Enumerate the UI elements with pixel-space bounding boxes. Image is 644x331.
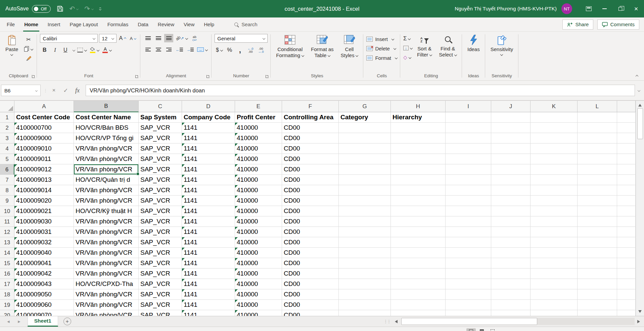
cell-empty[interactable] — [531, 310, 578, 316]
cell-sap-system[interactable]: SAP_VCR — [139, 258, 182, 268]
cell-sap-system[interactable]: SAP_VCR — [139, 164, 182, 175]
cell-empty[interactable] — [391, 143, 446, 154]
number-format-combo[interactable]: General — [215, 34, 268, 43]
cell-empty[interactable] — [491, 112, 531, 123]
cell-empty[interactable] — [446, 248, 491, 258]
cell-empty[interactable] — [339, 143, 391, 154]
clipboard-dialog-launcher-icon[interactable] — [32, 75, 35, 78]
cell-empty[interactable] — [446, 143, 491, 154]
currency-dropdown-icon[interactable] — [220, 48, 223, 51]
cell-profit-center[interactable]: 410000 — [235, 185, 282, 196]
decrease-decimal-button[interactable]: .00→.0 — [256, 46, 265, 54]
formula-input[interactable]: VR/Văn phòng/VCR/HO/Kinh doanh/Kinh doan — [86, 85, 635, 96]
italic-button[interactable]: I — [50, 46, 59, 54]
cell-empty[interactable] — [578, 237, 617, 248]
cell-empty[interactable] — [578, 258, 617, 268]
cell-empty[interactable] — [578, 196, 617, 206]
row-number[interactable]: 20 — [0, 310, 14, 316]
cell-empty[interactable] — [578, 175, 617, 185]
cell-empty[interactable] — [578, 248, 617, 258]
cell-company-code[interactable]: 1141 — [182, 289, 235, 300]
sensitivity-button[interactable]: Sensitivity — [488, 34, 516, 56]
cell-sap-system[interactable]: SAP_VCR — [139, 268, 182, 279]
cell-cost-center-code[interactable]: 4100009040 — [14, 248, 74, 258]
cell-empty[interactable] — [339, 123, 391, 133]
row-number[interactable]: 12 — [0, 227, 14, 237]
cell-empty[interactable] — [391, 164, 446, 175]
ideas-button[interactable]: Ideas — [465, 34, 482, 53]
cell-empty[interactable] — [491, 154, 531, 164]
cell-profit-center[interactable]: 410000 — [235, 196, 282, 206]
tab-help[interactable]: Help — [199, 17, 219, 32]
delete-cells-button[interactable]: Delete — [366, 44, 397, 53]
cell-empty[interactable] — [339, 300, 391, 310]
sheet-tab-sheet1[interactable]: Sheet1 — [28, 316, 58, 327]
row-number[interactable]: 10 — [0, 206, 14, 216]
cell-profit-center[interactable]: 410000 — [235, 175, 282, 185]
percent-style-button[interactable]: % — [225, 46, 234, 54]
cell-profit-center[interactable]: 410000 — [235, 258, 282, 268]
cell-empty[interactable] — [339, 154, 391, 164]
insert-function-button[interactable]: fx — [72, 85, 83, 95]
cell-empty[interactable] — [491, 289, 531, 300]
cell-empty[interactable] — [491, 123, 531, 133]
format-painter-button[interactable] — [23, 54, 34, 63]
cell-empty[interactable] — [339, 216, 391, 227]
merge-dropdown-icon[interactable] — [205, 48, 208, 51]
cell-cost-center-name[interactable]: VR/Văn phòng/VCR — [74, 164, 139, 175]
row-number[interactable]: 2 — [0, 123, 14, 133]
delete-dropdown-icon[interactable] — [394, 47, 396, 50]
cell-profit-center[interactable]: 410000 — [235, 310, 282, 316]
paste-dropdown-icon[interactable] — [10, 53, 13, 56]
cell-empty[interactable] — [446, 154, 491, 164]
row-number[interactable]: 13 — [0, 237, 14, 248]
normal-view-button[interactable] — [466, 328, 476, 331]
cell-company-code[interactable]: 1141 — [182, 185, 235, 196]
cell-controlling-area[interactable]: CD00 — [282, 268, 339, 279]
undo-button[interactable]: ↶ — [70, 5, 79, 13]
cell-empty[interactable] — [446, 279, 491, 289]
increase-font-size-button[interactable]: A — [118, 34, 127, 43]
cell-empty[interactable] — [578, 154, 617, 164]
row-number[interactable]: 18 — [0, 289, 14, 300]
horizontal-scroll-thumb[interactable] — [401, 318, 537, 325]
cell-empty[interactable] — [617, 216, 636, 227]
font-name-combo[interactable]: Calibri — [40, 34, 98, 43]
format-dropdown-icon[interactable] — [395, 56, 398, 59]
cell-empty[interactable] — [578, 185, 617, 196]
cell-empty[interactable] — [339, 185, 391, 196]
cell-empty[interactable] — [491, 300, 531, 310]
cell-cost-center-code[interactable]: 4100009014 — [14, 185, 74, 196]
cell-cost-center-name[interactable]: VR/Văn phòng/VCR — [74, 248, 139, 258]
cell-sap-system[interactable]: SAP_VCR — [139, 289, 182, 300]
cell-company-code[interactable]: 1141 — [182, 175, 235, 185]
autosum-dropdown-icon[interactable] — [408, 37, 411, 40]
cell-profit-center[interactable]: 410000 — [235, 268, 282, 279]
cell-empty[interactable] — [339, 227, 391, 237]
cell-cost-center-code[interactable]: 4100009012 — [14, 164, 74, 175]
cell-company-code[interactable]: 1141 — [182, 154, 235, 164]
cell-controlling-area[interactable]: CD00 — [282, 185, 339, 196]
align-bottom-button[interactable] — [164, 34, 173, 42]
comma-style-button[interactable]: , — [235, 46, 244, 54]
row-number[interactable]: 4 — [0, 143, 14, 154]
cell-empty[interactable] — [617, 185, 636, 196]
tab-insert[interactable]: Insert — [43, 17, 65, 32]
cell-sap-system[interactable]: SAP_VCR — [139, 175, 182, 185]
cell-header-cost-center-name[interactable]: Cost Center Name — [74, 112, 139, 123]
cell-empty[interactable] — [531, 123, 578, 133]
row-number[interactable]: 11 — [0, 216, 14, 227]
cell-empty[interactable] — [617, 289, 636, 300]
cell-empty[interactable] — [491, 279, 531, 289]
cell-cost-center-name[interactable]: HO/VCR/CPXD-Tha — [74, 279, 139, 289]
cell-cost-center-code[interactable]: 4100009050 — [14, 289, 74, 300]
cell-controlling-area[interactable]: CD00 — [282, 300, 339, 310]
cell-header-sap-system[interactable]: Sap System — [139, 112, 182, 123]
column-header-i[interactable]: I — [446, 101, 491, 112]
cell-empty[interactable] — [578, 123, 617, 133]
insert-dropdown-icon[interactable] — [392, 38, 394, 40]
cell-empty[interactable] — [391, 154, 446, 164]
cell-empty[interactable] — [446, 112, 491, 123]
autosum-button[interactable]: Σ — [403, 35, 412, 43]
cell-cost-center-code[interactable]: 4100000700 — [14, 123, 74, 133]
